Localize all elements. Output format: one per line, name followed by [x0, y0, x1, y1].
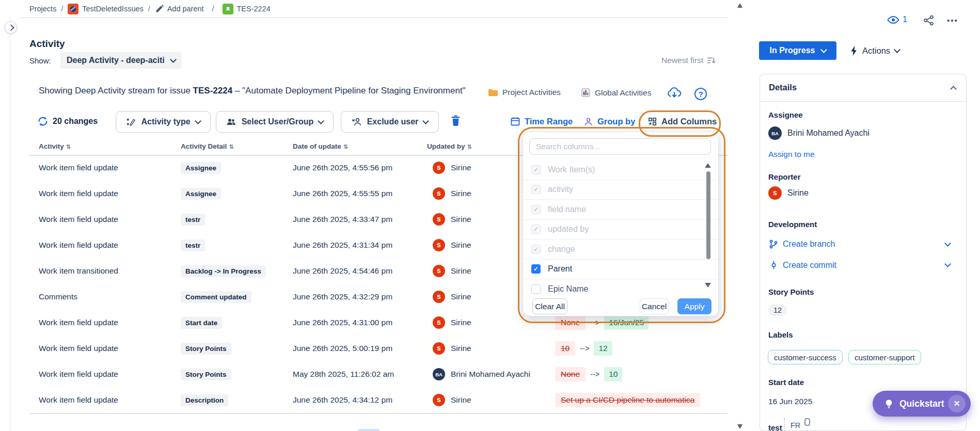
col-header-date[interactable]: Date of update⇅ — [293, 142, 348, 150]
folder-icon — [488, 88, 498, 97]
eye-icon — [887, 15, 899, 24]
reporter-label: Reporter — [768, 172, 801, 181]
cloud-download-icon[interactable] — [667, 87, 682, 101]
table-bottom-divider — [29, 413, 728, 414]
user-name: Sirine — [451, 241, 471, 250]
checkbox-disabled-checked: ✓ — [531, 245, 541, 254]
partial-flag-label: FR — [791, 421, 800, 429]
col-header-detail[interactable]: Activity Detail⇅ — [181, 142, 234, 150]
start-date-label: Start date — [768, 378, 804, 387]
pagination-partial[interactable] — [358, 429, 380, 431]
col-header-activity[interactable]: Activity⇅ — [39, 142, 71, 150]
avatar: BA — [433, 368, 445, 380]
chevron-down-icon[interactable] — [944, 240, 951, 247]
reporter-name: Sirine — [787, 188, 809, 198]
date-cell: June 26th 2025, 4:55:55 pm — [293, 189, 392, 198]
watchers-button[interactable]: 1 — [887, 15, 907, 24]
activity-detail-chip: Start date — [181, 317, 222, 329]
add-columns-button[interactable]: Add Columns — [647, 111, 717, 132]
check-icon: ✓ — [533, 226, 539, 233]
column-option[interactable]: ✓ Epic Name — [523, 279, 718, 294]
exclude-user-filter[interactable]: Exclude user — [341, 111, 439, 133]
global-activities-button[interactable]: Global Activities — [581, 88, 651, 98]
column-option[interactable]: ✓ Parent — [523, 260, 718, 280]
user-name: Sirine — [451, 189, 471, 198]
scroll-up-icon[interactable] — [705, 163, 711, 168]
status-button[interactable]: In Progress — [759, 41, 836, 60]
clear-all-button[interactable]: Clear All — [532, 298, 567, 314]
dropdown-scrollbar-thumb[interactable] — [706, 171, 710, 259]
users-icon — [226, 117, 236, 127]
scroll-down-icon[interactable] — [705, 283, 711, 288]
help-icon[interactable]: ? — [694, 88, 707, 100]
time-range-label: Time Range — [525, 117, 573, 126]
checkbox-unchecked[interactable]: ✓ — [531, 284, 541, 294]
checkbox-checked[interactable]: ✓ — [531, 264, 541, 274]
activity-detail-chip: Story Points — [181, 343, 231, 355]
page-scroll-down-icon[interactable] — [737, 424, 742, 429]
breadcrumb-separator: / — [212, 5, 214, 13]
breadcrumb-projects[interactable]: Projects — [29, 5, 56, 13]
activity-type-icon — [126, 117, 136, 127]
actions-button[interactable]: Actions — [850, 41, 899, 60]
create-branch-row[interactable]: Create branch — [768, 239, 950, 249]
chevron-down-icon[interactable] — [944, 261, 951, 267]
breadcrumb-issue-key[interactable]: TES-2224 — [237, 5, 271, 13]
change-new-value: 16/Jun/25 — [604, 315, 649, 330]
actions-label: Actions — [862, 46, 890, 56]
column-option[interactable]: ✓ change — [523, 240, 718, 260]
change-old-value: 10 — [555, 341, 575, 356]
refresh-icon[interactable] — [37, 116, 49, 129]
label-chip[interactable]: customer-support — [848, 350, 921, 364]
project-activities-button[interactable]: Project Activities — [488, 88, 561, 97]
apply-button[interactable]: Apply — [677, 298, 712, 314]
assignee-value[interactable]: BA Brini Mohamed Ayachi — [768, 126, 870, 140]
col-header-updated-by[interactable]: Updated by⇅ — [427, 142, 472, 150]
share-icon[interactable] — [923, 15, 934, 28]
column-option[interactable]: ✓ activity — [523, 180, 718, 200]
cancel-button[interactable]: Cancel — [640, 298, 669, 314]
app-window: Projects / TestDeletedIssues / Add paren… — [0, 0, 980, 431]
group-by-label: Group by — [597, 117, 635, 126]
activity-cell: Work item field update — [39, 163, 118, 172]
activity-type-filter[interactable]: Activity type — [116, 111, 211, 133]
activity-cell: Work item field update — [39, 215, 118, 224]
check-icon: ✓ — [533, 206, 539, 213]
page-scroll-up-icon[interactable] — [737, 3, 742, 8]
column-option[interactable]: ✓ field name — [523, 200, 718, 220]
trash-icon[interactable] — [450, 115, 461, 129]
search-columns-input[interactable] — [529, 138, 711, 155]
create-commit-row[interactable]: Create commit — [769, 260, 950, 270]
column-option[interactable]: ✓ Work Item(s) — [523, 160, 718, 180]
collapse-icon[interactable] — [950, 86, 957, 92]
check-icon: ✓ — [533, 246, 539, 253]
activity-stream-select[interactable]: Deep Activity - deep-aciti — [60, 52, 182, 69]
column-option[interactable]: ✓ updated by — [523, 220, 718, 240]
project-activities-label: Project Activities — [502, 88, 561, 97]
breadcrumb-project[interactable]: TestDeletedIssues — [82, 5, 143, 13]
group-by-button[interactable]: Group by — [583, 111, 635, 132]
sort-order-button[interactable]: Newest first — [661, 56, 716, 65]
user-name: Sirine — [451, 395, 471, 405]
reporter-value[interactable]: S Sirine — [768, 186, 809, 200]
start-date-value[interactable]: 16 Jun 2025 — [768, 397, 812, 406]
quickstart-close-button[interactable]: ✕ — [948, 395, 966, 412]
time-range-button[interactable]: Time Range — [510, 111, 573, 132]
select-user-group-filter[interactable]: Select User/Group — [216, 111, 334, 133]
date-cell: June 26th 2025, 4:32:29 pm — [293, 292, 392, 301]
activity-detail-chip: Assignee — [181, 188, 221, 200]
story-points-value[interactable]: 12 — [768, 304, 787, 316]
assign-to-me-link[interactable]: Assign to me — [768, 150, 815, 159]
avatar: S — [433, 342, 445, 355]
user-name: Sirine — [451, 344, 471, 353]
column-option-label: Work Item(s) — [548, 165, 595, 174]
changes-count: 20 changes — [53, 111, 98, 132]
breadcrumb-add-parent[interactable]: Add parent — [167, 5, 204, 13]
check-icon: ✓ — [533, 285, 539, 293]
check-icon: ✓ — [533, 265, 539, 273]
more-actions-icon[interactable]: ••• — [947, 16, 958, 25]
label-chip[interactable]: customer-success — [768, 350, 843, 364]
expand-sidebar-button[interactable] — [5, 21, 17, 34]
sort-icon: ⇅ — [343, 143, 348, 150]
details-header[interactable]: Details — [760, 74, 966, 102]
